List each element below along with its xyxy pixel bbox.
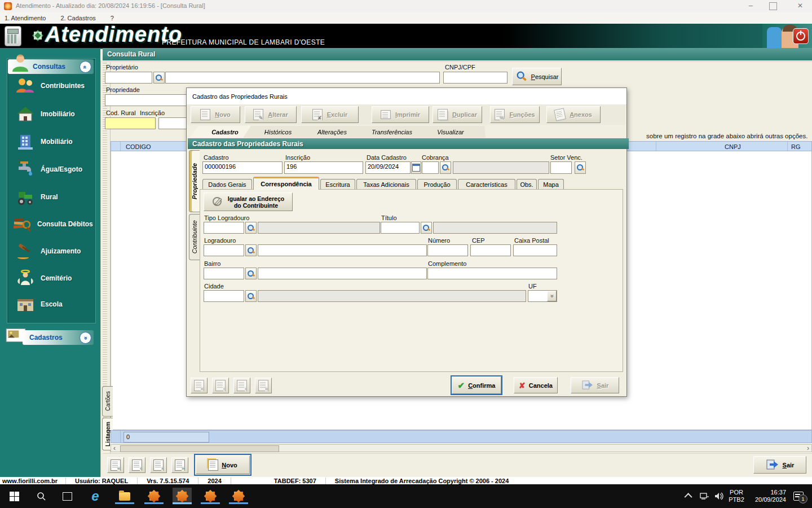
pesquisar-button[interactable]: Pesquisar [512,68,562,85]
language-indicator[interactable]: POR PTB2 [726,488,747,505]
cnpj-cpf-input[interactable] [443,72,508,84]
tab-visualizar[interactable]: Visualizar [416,126,486,138]
nav-first-button[interactable]: « [107,457,124,473]
sidebar-item-cemiterio[interactable]: Cemitério [15,269,72,288]
nav-last-button[interactable]: » [171,457,188,473]
sidebar-item-contribuintes[interactable]: Contribuintes [15,76,85,95]
confirma-button[interactable]: ✔ Confirma [452,376,501,394]
network-icon[interactable] [697,488,712,505]
subtab-mapa[interactable]: Mapa [538,179,564,190]
subtab-obs[interactable]: Obs. [517,179,537,190]
menu-cadastros[interactable]: 2. Cadastros [60,15,95,21]
sidebar-item-escola[interactable]: Escola [15,295,63,314]
grid-column-cnpj[interactable]: CNPJ [725,143,741,150]
tipo-logradouro-search-button[interactable] [245,222,257,234]
cod-rural-input[interactable] [105,117,156,129]
scroll-right-arrow[interactable]: › [807,444,809,452]
dialog-excluir-button[interactable]: ✘ Excluir [301,106,359,123]
nav-next-button[interactable]: › [150,457,167,473]
subtab-taxas-adicionais[interactable]: Taxas Adicionais [356,179,416,190]
cidade-code-input[interactable] [204,290,244,302]
subtab-dados-gerais[interactable]: Dados Gerais [202,179,252,190]
tray-chevron-up-icon[interactable] [682,488,696,505]
bairro-code-input[interactable] [204,268,244,279]
cobranca-search-button[interactable] [440,161,451,174]
scroll-left-arrow[interactable]: ‹ [113,444,116,452]
notification-center-icon[interactable]: 1 [788,488,809,505]
dialog-sair-button[interactable]: Sair [571,377,619,393]
scrollbar-thumb[interactable] [120,445,279,452]
file-explorer-icon[interactable] [115,488,134,505]
subtab-caracteristicas[interactable]: Características [458,179,515,190]
clock[interactable]: 16:37 20/09/2024 [749,488,786,505]
horizontal-scrollbar[interactable]: ‹ › [111,444,812,452]
subtab-producao[interactable]: Produção [417,179,457,190]
dialog-funcoes-button[interactable]: % Funções [490,106,540,123]
start-button[interactable] [5,488,24,505]
dialog-imprimir-button[interactable]: Imprimir [372,106,429,123]
subtab-escritura[interactable]: Escritura [320,179,355,190]
grid-column-codigo[interactable]: CODIGO [126,143,151,150]
bairro-search-button[interactable] [245,268,257,279]
dialog-nav-last-button[interactable]: » [255,378,272,393]
dialog-novo-button[interactable]: Novo [191,106,240,123]
subtab-correspondencia[interactable]: Correspondência [253,177,319,190]
menu-help[interactable]: ? [111,15,114,21]
igualar-endereco-button[interactable]: Igualar ao Endereço do Contribuinte [204,192,293,211]
caixa-postal-input[interactable] [513,244,557,256]
sidebar-item-agua-esgoto[interactable]: Água/Esgoto [15,160,82,179]
menu-atendimento[interactable]: 1. Atendimento [5,15,46,21]
complemento-input[interactable] [427,268,557,279]
sidebar-section-consultas[interactable]: Consultas « [8,59,94,74]
cancela-button[interactable]: ✘ Cancela [514,377,558,393]
uf-select[interactable]: « [528,290,557,302]
setor-venc-search-button[interactable] [575,161,586,174]
sidebar-item-mobiliario[interactable]: Mobiliário [15,132,73,151]
dialog-duplicar-button[interactable]: Duplicar [433,106,482,123]
inscricao-field-input[interactable]: 196 [284,161,363,174]
novo-button[interactable]: Novo [196,456,250,474]
sidebar-item-ajuizamento[interactable]: Ajuizamento [15,242,81,261]
cadastro-field-input[interactable]: 000000196 [202,161,283,174]
close-button[interactable]: ✕ [797,2,803,10]
fiorilli-app-icon-3[interactable] [201,488,220,505]
dialog-nav-prev-button[interactable]: ‹ [212,378,229,393]
dialog-nav-first-button[interactable]: « [191,378,208,393]
sidebar-item-imobiliario[interactable]: Imobiliário [15,104,75,124]
numero-input[interactable] [427,244,468,256]
minimize-button[interactable]: – [749,1,753,10]
main-sair-button[interactable]: Sair [753,456,806,474]
fiorilli-app-icon-2-active[interactable] [173,488,192,505]
cobranca-code-input[interactable] [422,161,439,174]
taskbar-search-icon[interactable] [32,488,51,505]
setor-venc-input[interactable] [550,161,572,174]
dialog-anexos-button[interactable]: Anexos [546,106,601,123]
volume-icon[interactable] [712,488,726,505]
titulo-input[interactable] [381,222,420,234]
uf-dropdown-button[interactable]: « [547,291,557,301]
titulo-search-button[interactable] [421,222,432,234]
fiorilli-app-icon-1[interactable] [144,488,164,505]
cep-input[interactable] [470,244,511,256]
proprietario-code-input[interactable] [105,72,152,84]
calendar-button[interactable] [411,161,421,174]
logradouro-name-input[interactable] [258,244,427,256]
tab-cartoes[interactable]: Cartões [102,386,113,417]
proprietario-name-input[interactable] [165,72,440,84]
sidebar-item-rural[interactable]: Rural [15,187,58,207]
tab-propriedade[interactable]: Propriedade [189,150,200,212]
bairro-name-input[interactable] [258,268,427,279]
task-view-icon[interactable] [58,488,77,505]
data-cadastro-input[interactable]: 20/09/2024 [365,161,411,174]
tipo-logradouro-input[interactable] [204,222,244,234]
restore-button[interactable] [769,2,777,10]
cidade-search-button[interactable] [245,290,257,302]
grid-column-rg[interactable]: RG [791,143,801,150]
logradouro-search-button[interactable] [245,244,257,256]
sidebar-item-consulta-debitos[interactable]: Consulta Débitos [11,214,93,234]
dialog-nav-next-button[interactable]: › [233,378,250,393]
tab-contribuinte[interactable]: Contribuinte [189,214,200,260]
nav-prev-button[interactable]: ‹ [129,457,145,473]
dialog-alterar-button[interactable]: ✎ Alterar [245,106,297,123]
fiorilli-app-icon-4[interactable] [229,488,248,505]
